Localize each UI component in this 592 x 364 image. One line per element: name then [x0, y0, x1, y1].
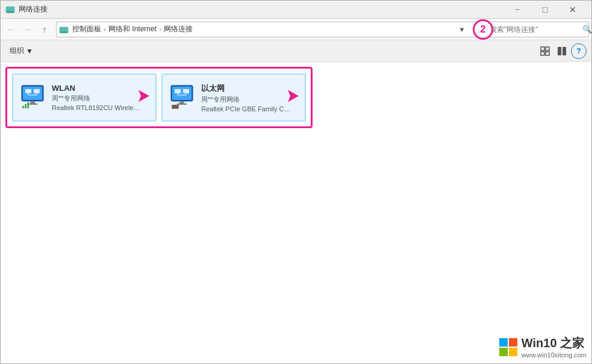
watermark: Win10 之家 www.win10xitong.com [499, 335, 587, 359]
view-grid-button[interactable] [537, 43, 553, 59]
step-badge-2: 2 [473, 19, 493, 40]
ethernet-arrow-indicator [282, 89, 300, 106]
svg-rect-14 [25, 89, 31, 93]
svg-rect-23 [27, 102, 29, 108]
maximize-button[interactable]: □ [531, 1, 559, 19]
command-bar: 组织 ▼ ? [1, 40, 591, 62]
content-area: WLAN 周**专用网络 Realtek RTL8192CU Wireless … [1, 62, 591, 363]
window-controls: － □ ✕ [503, 1, 587, 19]
watermark-main: Win10 之家 [522, 335, 587, 351]
svg-rect-40 [509, 348, 517, 356]
svg-rect-37 [499, 338, 508, 347]
wlan-item[interactable]: WLAN 周**专用网络 Realtek RTL8192CU Wireless … [12, 73, 157, 122]
svg-rect-7 [546, 47, 549, 51]
wlan-type: 周**专用网络 [52, 94, 142, 103]
ethernet-driver: Realtek PCIe GBE Family Contr... [201, 105, 291, 113]
svg-rect-10 [558, 47, 561, 55]
svg-rect-3 [7, 13, 13, 13]
wlan-info: WLAN 周**专用网络 Realtek RTL8192CU Wireless … [52, 84, 142, 111]
svg-rect-22 [25, 104, 26, 108]
title-bar-left: 网络连接 [5, 4, 48, 14]
folder-icon [59, 25, 69, 34]
svg-rect-11 [562, 47, 566, 55]
search-icon[interactable]: 🔍 [582, 25, 592, 34]
breadcrumb-sep-2: › [159, 25, 161, 34]
wlan-name: WLAN [52, 84, 142, 93]
address-dropdown-button[interactable]: ▼ [456, 23, 468, 36]
close-button[interactable]: ✕ [559, 1, 587, 19]
windows-logo [499, 338, 518, 357]
ethernet-type: 周**专用网络 [201, 95, 291, 104]
svg-rect-21 [22, 106, 24, 108]
breadcrumb-controlpanel[interactable]: 控制面板 [71, 24, 102, 34]
main-window: 网络连接 － □ ✕ ← → ↑ 控制面板 › 网络和 Internet [0, 0, 592, 364]
wlan-driver: Realtek RTL8192CU Wireless L... [52, 104, 142, 111]
svg-rect-35 [175, 106, 176, 108]
forward-button[interactable]: → [20, 22, 36, 37]
back-button[interactable]: ← [3, 22, 19, 37]
organize-button[interactable]: 组织 ▼ [5, 43, 37, 58]
svg-rect-19 [30, 101, 35, 103]
watermark-text: Win10 之家 www.win10xitong.com [522, 335, 587, 359]
window-icon [5, 5, 15, 14]
svg-rect-6 [541, 47, 544, 51]
svg-rect-32 [177, 103, 187, 105]
breadcrumb-network[interactable]: 网络和 Internet [107, 24, 158, 34]
window-title: 网络连接 [19, 4, 48, 14]
help-button[interactable]: ? [571, 43, 587, 59]
navigation-toolbar: ← → ↑ 控制面板 › 网络和 Internet › 网络连接 [1, 19, 591, 40]
breadcrumb-connections[interactable]: 网络连接 [163, 24, 194, 34]
svg-rect-31 [179, 101, 184, 103]
wlan-icon [18, 83, 47, 112]
address-bar: 控制面板 › 网络和 Internet › 网络连接 ▼ ↻ 2 [56, 22, 483, 37]
pink-arrow-icon [132, 89, 151, 103]
search-bar: 🔍 [487, 22, 589, 37]
ethernet-item[interactable]: 以太网 周**专用网络 Realtek PCIe GBE Family Cont… [161, 73, 306, 122]
watermark-sub: www.win10xitong.com [522, 351, 587, 359]
svg-rect-34 [173, 106, 174, 108]
svg-rect-36 [176, 106, 178, 108]
svg-rect-15 [34, 89, 40, 93]
search-input[interactable] [490, 25, 580, 34]
svg-rect-25 [172, 87, 192, 100]
svg-rect-8 [541, 52, 544, 55]
title-bar: 网络连接 － □ ✕ [1, 1, 591, 19]
organize-arrow-icon: ▼ [26, 47, 33, 55]
grid-view-icon [540, 46, 550, 56]
svg-rect-39 [499, 348, 508, 356]
wlan-icon-svg [18, 83, 47, 112]
minimize-button[interactable]: － [503, 1, 531, 19]
svg-rect-13 [23, 87, 42, 100]
svg-rect-9 [546, 52, 549, 55]
ethernet-name: 以太网 [201, 83, 291, 94]
view-buttons: ? [537, 43, 587, 59]
ethernet-icon-svg [167, 83, 196, 112]
ethernet-icon [167, 83, 196, 112]
breadcrumb-sep-1: › [104, 25, 106, 34]
svg-rect-20 [28, 103, 37, 105]
wlan-arrow-indicator [132, 89, 151, 106]
ethernet-info: 以太网 周**专用网络 Realtek PCIe GBE Family Cont… [201, 83, 291, 113]
panel-view-icon [557, 46, 567, 56]
svg-rect-38 [509, 338, 517, 347]
up-button[interactable]: ↑ [37, 22, 52, 37]
svg-rect-5 [60, 27, 68, 31]
svg-rect-1 [6, 7, 14, 11]
breadcrumb: 控制面板 › 网络和 Internet › 网络连接 [57, 22, 456, 37]
svg-rect-27 [183, 89, 189, 93]
view-panel-button[interactable] [554, 43, 570, 59]
svg-rect-26 [175, 89, 181, 93]
network-items-container: WLAN 周**专用网络 Realtek RTL8192CU Wireless … [5, 67, 313, 128]
pink-arrow-icon-2 [282, 89, 300, 103]
